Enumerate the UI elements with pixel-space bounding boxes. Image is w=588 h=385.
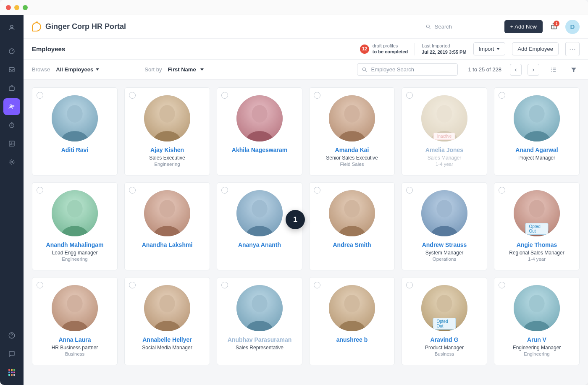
sidebar-apps-icon[interactable]	[3, 364, 20, 381]
page-title: Employees	[32, 45, 65, 52]
sidebar-people-icon[interactable]	[3, 98, 20, 115]
page-header: Employees 12 draft profiles to be comple…	[24, 39, 588, 60]
employee-card[interactable]: Opted Out Aravind G Product Manager Busi…	[402, 277, 487, 365]
filter-row: Browse All Employees Sort by First Name …	[24, 60, 588, 80]
employee-photo	[514, 95, 560, 141]
select-checkbox[interactable]	[406, 187, 413, 194]
draft-count-badge: 12	[360, 45, 369, 54]
select-checkbox[interactable]	[314, 187, 320, 194]
svg-point-12	[363, 68, 366, 71]
list-view-toggle[interactable]	[548, 64, 559, 76]
employee-card[interactable]: Andrew Strauss System Manager Operations	[402, 182, 487, 270]
sort-dropdown[interactable]: First Name	[168, 66, 203, 73]
sidebar-profile-icon[interactable]	[3, 19, 20, 36]
employee-search-input[interactable]: Employee Search	[357, 63, 458, 76]
filter-icon[interactable]	[568, 64, 580, 76]
user-avatar[interactable]: D	[565, 20, 580, 34]
select-checkbox[interactable]	[221, 92, 228, 99]
svg-point-20	[344, 105, 360, 123]
employee-photo	[52, 285, 98, 331]
employee-card[interactable]: Aditi Ravi	[32, 87, 118, 175]
svg-point-26	[67, 200, 82, 217]
employee-card[interactable]: Opted Out Angie Thomas Regional Sales Ma…	[494, 182, 580, 270]
add-employee-button[interactable]: Add Employee	[512, 42, 559, 55]
svg-point-38	[67, 295, 82, 312]
maximize-window-icon[interactable]	[23, 5, 28, 10]
employee-card[interactable]: Anandha Lakshmi	[124, 182, 210, 270]
close-window-icon[interactable]	[6, 5, 11, 10]
select-checkbox[interactable]	[314, 92, 320, 99]
select-checkbox[interactable]	[37, 187, 43, 194]
sidebar-chat-icon[interactable]	[3, 346, 20, 362]
employee-card[interactable]: Amanda Kai Senior Sales Executive Field …	[309, 87, 395, 175]
svg-point-8	[11, 161, 13, 163]
minimize-window-icon[interactable]	[14, 5, 19, 10]
employee-card[interactable]: Arun V Engineering Manager Engineering	[494, 277, 580, 365]
employee-dept: Engineering	[154, 162, 180, 167]
topbar: Ginger Corp HR Portal Search + Add New 1…	[24, 15, 588, 39]
employee-card[interactable]: anushree b	[309, 277, 395, 365]
chevron-down-icon	[200, 68, 204, 71]
search-icon	[362, 67, 368, 73]
employee-dept: 1-4 year	[528, 257, 546, 262]
sidebar-briefcase-icon[interactable]	[3, 80, 20, 97]
employee-photo	[144, 95, 190, 141]
employee-card[interactable]: Akhila Nageswaram	[217, 87, 302, 175]
browse-dropdown[interactable]: All Employees	[56, 66, 99, 73]
sidebar-help-icon[interactable]	[3, 327, 20, 344]
select-checkbox[interactable]	[499, 187, 505, 194]
sidebar-settings-icon[interactable]	[3, 154, 20, 170]
employee-name: Andrea Smith	[333, 241, 371, 248]
employee-card[interactable]: Anubhav Parasuraman Sales Representative	[217, 277, 302, 365]
employee-role: Product Manager	[425, 345, 464, 351]
select-checkbox[interactable]	[499, 92, 505, 99]
more-options-button[interactable]: ⋯	[565, 42, 580, 56]
gift-icon[interactable]: 1	[550, 22, 558, 31]
select-checkbox[interactable]	[314, 282, 320, 288]
employee-name: Anandha Lakshmi	[142, 241, 193, 248]
select-checkbox[interactable]	[37, 282, 43, 288]
select-checkbox[interactable]	[129, 92, 136, 99]
select-checkbox[interactable]	[37, 92, 43, 99]
svg-point-34	[436, 200, 452, 217]
employee-name: Amelia Jones	[425, 147, 463, 153]
employee-dept: Field Sales	[340, 162, 364, 167]
employee-card[interactable]: Ajay Kishen Sales Executive Engineering	[124, 87, 210, 175]
employee-photo	[52, 95, 98, 141]
import-button[interactable]: Import	[473, 42, 506, 55]
select-checkbox[interactable]	[406, 92, 413, 99]
svg-point-18	[252, 105, 267, 123]
global-search-input[interactable]: Search	[421, 21, 497, 32]
employee-role: Senior Sales Executive	[326, 155, 378, 161]
employee-card[interactable]: Inactive Amelia Jones Sales Manager 1-4 …	[402, 87, 487, 175]
sidebar-inbox-icon[interactable]	[3, 61, 20, 78]
employee-photo: Opted Out	[421, 285, 467, 331]
select-checkbox[interactable]	[499, 282, 505, 288]
next-page-button[interactable]: ›	[528, 64, 539, 76]
sidebar-reports-icon[interactable]	[3, 135, 20, 152]
svg-point-36	[529, 200, 544, 217]
employee-role: Regional Sales Manager	[509, 250, 564, 256]
employee-name: Anubhav Parasuraman	[228, 336, 292, 343]
add-new-button[interactable]: + Add New	[504, 20, 543, 33]
employee-role: Lead Engg manager	[52, 250, 98, 256]
window-titlebar	[0, 0, 588, 15]
select-checkbox[interactable]	[221, 282, 228, 288]
employee-photo	[52, 190, 98, 236]
select-checkbox[interactable]	[221, 187, 228, 194]
employee-card[interactable]: Anandh Mahalingam Lead Engg manager Engi…	[32, 182, 118, 270]
draft-profiles-notice[interactable]: 12 draft profiles to be completed	[360, 43, 408, 54]
select-checkbox[interactable]	[129, 282, 136, 288]
search-placeholder: Search	[435, 24, 452, 30]
select-checkbox[interactable]	[406, 282, 413, 288]
employee-dept: Business	[65, 351, 85, 356]
employee-role: Sales Executive	[149, 155, 185, 161]
sidebar-time-icon[interactable]	[3, 117, 20, 134]
select-checkbox[interactable]	[129, 187, 136, 194]
employee-card[interactable]: Andrea Smith	[309, 182, 395, 270]
employee-card[interactable]: Annabelle Hellyer Social Media Manager	[124, 277, 210, 365]
prev-page-button[interactable]: ‹	[510, 64, 522, 76]
sidebar-dashboard-icon[interactable]	[3, 43, 20, 60]
employee-card[interactable]: Anand Agarwal Project Manager	[494, 87, 580, 175]
employee-card[interactable]: Anna Laura HR Business partner Business	[32, 277, 118, 365]
